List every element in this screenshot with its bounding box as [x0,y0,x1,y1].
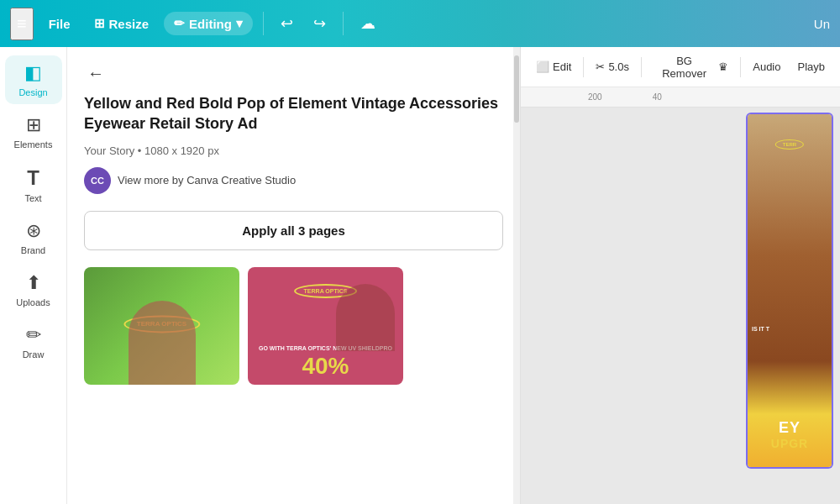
topbar: ≡ File ⊞ Resize ✏ Editing ▾ ↩ ↪ ☁ Un [0,0,840,47]
preview-big-text: EY UPGR [748,419,832,450]
sidebar-draw-label: Draw [23,349,45,360]
back-button[interactable]: ← [84,60,108,87]
duration-label: 5.0s [608,60,629,73]
author-avatar: CC [84,167,111,194]
playback-button[interactable]: Playb [790,56,832,77]
file-button[interactable]: File [40,12,79,36]
apply-all-pages-button[interactable]: Apply all 3 pages [84,211,503,250]
canvas-ruler: 200 40 [521,87,840,108]
ruler-mark-200: 200 [588,92,602,102]
panel-header: ← [67,47,520,93]
sidebar-item-draw[interactable]: ✏ Draw [5,318,62,366]
toolbar-sep1 [583,57,584,77]
crown-icon: ♛ [718,60,728,73]
editing-label: Editing [189,17,232,31]
canvas-area: ⬜ Edit ✂ 5.0s BG Remover ♛ Audio Playb [521,47,840,504]
cloud-icon: ☁ [360,15,375,32]
brand-icon: ⊛ [26,220,41,242]
editing-button[interactable]: ✏ Editing ▾ [164,12,253,35]
ruler-mark-400: 40 [653,92,662,102]
undo-button[interactable]: ↩ [274,9,300,38]
topbar-right-area: Un [814,17,830,31]
preview-is-it-text: IS IT T [752,326,769,332]
bg-remover-label: BG Remover [654,55,715,80]
panel-author: CC View more by Canva Creative Studio [67,167,520,207]
hamburger-icon: ≡ [17,14,27,33]
author-link[interactable]: View more by Canva Creative Studio [118,174,296,186]
toolbar-sep3 [740,57,741,77]
sidebar-item-elements[interactable]: ⊞ Elements [5,108,62,156]
file-label: File [49,17,71,31]
panel-scroll-thumb [514,55,519,123]
preview-background: TERR IS IT T EY UPGR [748,114,832,467]
chevron-down-icon: ▾ [236,16,243,31]
sidebar-design-label: Design [18,87,47,97]
preview-eye-text: EY [748,419,832,437]
preview-brand-label: TERR [775,139,804,150]
sidebar-uploads-label: Uploads [16,297,50,307]
sidebar-item-design[interactable]: ◧ Design [5,55,62,104]
canvas-preview[interactable]: TERR IS IT T EY UPGR [748,114,832,467]
resize-label: Resize [109,17,150,31]
sidebar-brand-label: Brand [21,245,45,255]
panel: ← Yellow and Red Bold Pop of Element Vin… [67,47,521,504]
sidebar-item-text[interactable]: T Text [5,160,62,210]
sidebar-item-uploads[interactable]: ⬆ Uploads [5,265,62,314]
audio-label: Audio [753,60,780,73]
sidebar-text-label: Text [24,193,41,203]
back-arrow-icon: ← [87,64,104,82]
divider2 [343,12,344,35]
scissors-icon: ✂ [596,60,605,73]
uploads-icon: ⬆ [26,272,41,294]
topbar-right-label: Un [814,17,830,31]
thumbnails-row: TERRA OPTICS TERRA OPTICS GO WITH TERRA … [67,267,520,385]
divider [263,12,264,35]
sidebar: ◧ Design ⊞ Elements T Text ⊛ Brand ⬆ Upl… [0,47,67,504]
edit-label: Edit [553,60,571,73]
thumb2-percent: 40% [302,354,349,378]
bg-remover-button[interactable]: BG Remover ♛ [647,50,735,84]
sidebar-elements-label: Elements [14,139,53,150]
redo-icon: ↪ [313,15,326,32]
resize-button[interactable]: ⊞ Resize [86,11,158,36]
thumb2-background: TERRA OPTICS GO WITH TERRA OPTICS' NEW U… [248,267,403,385]
undo-icon: ↩ [281,15,293,32]
canvas-toolbar: ⬜ Edit ✂ 5.0s BG Remover ♛ Audio Playb [521,47,840,87]
main-layout: ◧ Design ⊞ Elements T Text ⊛ Brand ⬆ Upl… [0,47,840,504]
edit-icon: ⬜ [536,60,549,73]
panel-scrollbar[interactable] [513,47,520,504]
elements-icon: ⊞ [26,114,41,136]
thumb1-background: TERRA OPTICS [84,267,239,385]
draw-icon: ✏ [26,324,41,346]
trim-button[interactable]: ✂ 5.0s [589,56,636,77]
text-icon: T [27,166,39,190]
preview-upgr-text: UPGR [748,437,832,450]
hamburger-button[interactable]: ≡ [10,8,34,40]
panel-title: Yellow and Red Bold Pop of Element Vinta… [67,93,520,144]
toolbar-sep2 [641,57,642,77]
template-thumbnail-2[interactable]: TERRA OPTICS GO WITH TERRA OPTICS' NEW U… [248,267,403,385]
resize-icon: ⊞ [94,16,105,31]
pencil-icon: ✏ [174,16,185,31]
sidebar-item-brand[interactable]: ⊛ Brand [5,213,62,262]
panel-meta: Your Story • 1080 x 1920 px [67,144,520,167]
redo-button[interactable]: ↪ [307,9,333,38]
edit-button[interactable]: ⬜ Edit [529,56,578,77]
author-initials: CC [91,176,104,186]
audio-button[interactable]: Audio [746,56,787,77]
playback-label: Playb [797,60,825,73]
design-icon: ◧ [24,62,42,84]
cloud-save-button[interactable]: ☁ [354,9,382,38]
template-thumbnail-1[interactable]: TERRA OPTICS [84,267,239,385]
